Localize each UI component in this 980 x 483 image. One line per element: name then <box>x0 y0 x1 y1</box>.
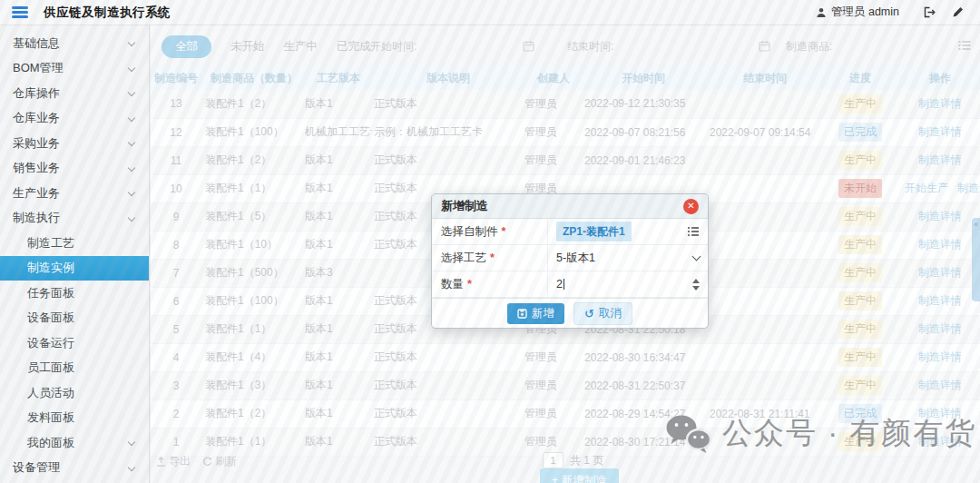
table-row: 11装配件1（2）版本1正式版本管理员2022-09-01 21:46:23生产… <box>151 146 980 174</box>
status-badge: 生产中 <box>838 432 882 451</box>
modal-fields: 选择自制件*ZP1-装配件1选择工艺*5-版本1数量*2 <box>432 219 708 298</box>
cell-process: 版本1 <box>305 435 333 448</box>
filter-tabs: 全部未开始生产中已完成 <box>162 33 371 60</box>
sidebar-item-14[interactable]: 人员活动 <box>0 380 149 406</box>
sidebar-item-7[interactable]: 制造执行 <box>0 206 149 232</box>
save-icon <box>517 309 527 319</box>
action-link[interactable]: 制造详情 <box>918 294 962 307</box>
action-link[interactable]: 制造详情 <box>918 153 962 166</box>
sidebar-item-label: 制造执行 <box>13 210 60 226</box>
filter-tab-2[interactable]: 生产中 <box>284 39 318 54</box>
cell-desc: 正式版本 <box>374 153 417 166</box>
user-menu[interactable]: 管理员 admin <box>816 5 899 20</box>
sidebar-item-17[interactable]: 设备管理 <box>0 456 149 481</box>
status-badge: 生产中 <box>838 320 882 339</box>
list-icon[interactable] <box>687 226 700 237</box>
spinner-down-icon[interactable] <box>692 286 700 291</box>
action-link[interactable]: 制造详情 <box>918 350 962 363</box>
table-row: 3装配件1（3）版本1正式版本管理员2022-08-31 22:50:37生产中… <box>151 371 980 399</box>
field-input-select[interactable]: 5-版本1 <box>548 245 708 271</box>
cell-creator: 管理员 <box>524 407 557 419</box>
sidebar-item-label: 设备运行 <box>27 335 74 351</box>
logout-icon[interactable] <box>923 6 936 18</box>
action-link[interactable]: 制造详情 <box>918 407 962 419</box>
field-input-chip-list[interactable]: ZP1-装配件1 <box>548 219 708 244</box>
sidebar-item-13[interactable]: 员工面板 <box>0 356 149 381</box>
sidebar-item-4[interactable]: 采购业务 <box>0 131 149 156</box>
page-total-label: 共 1 页 <box>570 453 603 468</box>
app-title: 供应链及制造执行系统 <box>44 5 171 21</box>
action-link[interactable]: 制造详情 <box>918 210 962 222</box>
add-manufacture-button[interactable]: + 新增制造 <box>540 468 619 483</box>
filter-tab-0[interactable]: 全部 <box>162 35 211 58</box>
export-icon <box>156 457 166 467</box>
export-button[interactable]: 导出 <box>156 454 191 469</box>
cell-desc: 正式版本 <box>374 322 417 335</box>
required-asterisk: * <box>502 225 506 238</box>
sidebar-item-label: 采购业务 <box>13 135 60 152</box>
hamburger-menu-icon[interactable] <box>12 6 28 18</box>
sidebar-item-9[interactable]: 制造实例 <box>0 256 149 281</box>
cell-product: 装配件1（4） <box>205 350 271 363</box>
submit-button[interactable]: 新增 <box>507 303 564 324</box>
selected-part-chip: ZP1-装配件1 <box>556 222 632 242</box>
cancel-button[interactable]: ↺ 取消 <box>573 302 632 325</box>
action-link[interactable]: 制造详情 <box>918 238 962 251</box>
pagination: 1 共 1 页 <box>543 452 603 468</box>
action-link[interactable]: 制造详情 <box>918 379 962 391</box>
page-number-input[interactable]: 1 <box>543 452 564 468</box>
sidebar-item-1[interactable]: BOM管理 <box>0 56 149 82</box>
sidebar-item-2[interactable]: 仓库操作 <box>0 81 149 106</box>
cell-process: 版本1 <box>305 238 333 251</box>
add-manufacture-label: 新增制造 <box>562 474 607 483</box>
sidebar-item-16[interactable]: 我的面板 <box>0 430 149 456</box>
select-value: 5-版本1 <box>556 251 595 266</box>
action-link[interactable]: 制造详情 <box>918 125 962 138</box>
action-link[interactable]: 制造详情 <box>918 435 962 448</box>
refresh-button[interactable]: 刷新 <box>202 454 237 469</box>
add-manufacture-dialog: 新增制造 ✕ 选择自制件*ZP1-装配件1选择工艺*5-版本1数量*2 新增 ↺… <box>431 193 709 329</box>
list-picker-icon[interactable] <box>958 40 971 51</box>
close-icon[interactable]: ✕ <box>683 199 699 214</box>
cell-start: 2022-08-30 16:34:47 <box>584 351 685 364</box>
spinner-up-icon[interactable] <box>692 279 700 283</box>
sidebar-item-15[interactable]: 发料面板 <box>0 406 149 431</box>
dialog-footer: 新增 ↺ 取消 <box>432 298 708 328</box>
cell-process: 版本1 <box>305 294 333 307</box>
sidebar-item-label: 制造实例 <box>27 260 74 276</box>
sidebar-collapse-handle[interactable]: « <box>972 218 980 301</box>
status-badge: 生产中 <box>838 376 882 395</box>
action-link[interactable]: 制造详情 <box>918 97 962 110</box>
cell-id: 10 <box>170 182 181 195</box>
filter-tab-1[interactable]: 未开始 <box>230 39 265 54</box>
action-link[interactable]: 制造详情 <box>918 266 962 279</box>
cell-process: 版本1 <box>305 407 333 419</box>
action-link[interactable]: 开始生产 <box>905 182 948 194</box>
status-badge: 已完成 <box>838 123 882 142</box>
filter-tab-3[interactable]: 已完成 <box>337 39 371 54</box>
action-link[interactable]: 制造详情 <box>957 182 980 194</box>
cell-product: 装配件1（3） <box>205 379 271 391</box>
field-input-number[interactable]: 2 <box>548 271 708 297</box>
cell-id: 12 <box>170 126 181 139</box>
calendar-icon[interactable] <box>523 40 534 52</box>
calendar-icon[interactable] <box>759 40 770 52</box>
cell-id: 8 <box>173 239 180 251</box>
dialog-title: 新增制造 <box>441 198 488 214</box>
sidebar-item-11[interactable]: 设备面板 <box>0 306 149 331</box>
cell-start: 2022-09-01 21:46:23 <box>584 154 685 167</box>
sidebar-item-12[interactable]: 设备运行 <box>0 330 149 356</box>
sidebar-item-3[interactable]: 仓库业务 <box>0 106 149 132</box>
sidebar-item-5[interactable]: 销售业务 <box>0 156 149 182</box>
dialog-header: 新增制造 ✕ <box>432 194 708 219</box>
cell-end: 2022-09-07 09:14:54 <box>710 126 810 139</box>
column-header: 创建人 <box>523 66 583 90</box>
action-link[interactable]: 制造详情 <box>918 322 962 335</box>
sidebar-item-8[interactable]: 制造工艺 <box>0 231 149 256</box>
pencil-icon[interactable] <box>952 6 964 18</box>
sidebar-item-6[interactable]: 生产业务 <box>0 181 149 206</box>
cell-id: 1 <box>173 436 180 448</box>
sidebar-item-0[interactable]: 基础信息 <box>0 31 149 56</box>
sidebar-item-10[interactable]: 任务面板 <box>0 281 149 306</box>
cancel-label: 取消 <box>599 306 622 321</box>
